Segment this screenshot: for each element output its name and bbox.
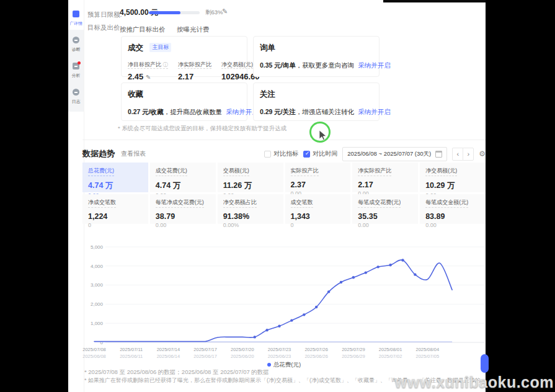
goal-card-title: 成交 <box>128 43 143 53</box>
metric-compare-value: 0.00 <box>156 222 210 228</box>
metric-value: 83.89 <box>425 212 480 221</box>
svg-text:2025/07/20: 2025/07/20 <box>231 347 254 352</box>
trend-line-chart[interactable]: 5,0004,0003,0002,0001,00002025/07/082025… <box>82 239 486 361</box>
target-label: 目标及出价: <box>87 24 122 32</box>
svg-text:2025/06/23: 2025/06/23 <box>268 354 291 359</box>
svg-text:2025/07/23: 2025/07/23 <box>268 347 291 352</box>
metric-value: 35.35 <box>358 212 412 221</box>
metric-tile-6[interactable]: 净交易额(元)10.29 万0.00 <box>420 163 486 192</box>
budget-progress <box>149 11 200 14</box>
compare-metric-checkbox[interactable]: 对比指标 <box>264 149 298 158</box>
metric-tile-12[interactable]: 每笔成交金额(元)83.890.00 <box>420 194 486 224</box>
svg-text:2025/06/17: 2025/06/17 <box>193 354 217 359</box>
trend-metrics-grid: 总花费(元)4.74 万0.00成交花费(元)4.74 万0.00交易额(元)1… <box>82 163 486 224</box>
svg-text:2025/06/08: 2025/06/08 <box>82 354 106 359</box>
trend-header: 数据趋势 查看报表 对比指标 对比时间 2025/06/08 ~ 2025/07… <box>82 146 486 161</box>
sidebar-item-3[interactable]: 分析 <box>68 61 84 79</box>
watermark: www.xunibaoku.com <box>395 373 554 391</box>
metric-value: 10.29 万 <box>425 180 480 191</box>
svg-text:0: 0 <box>100 340 104 345</box>
view-report-link[interactable]: 查看报表 <box>121 149 146 158</box>
svg-text:2025/07/29: 2025/07/29 <box>342 347 365 352</box>
svg-text:2025/08/01: 2025/08/01 <box>379 347 402 352</box>
budget-section: 预算日限额: <box>87 8 122 19</box>
metric-label: 每笔成交金额(元) <box>425 198 468 208</box>
budget-edit-icon[interactable]: ✎ <box>222 7 228 16</box>
checkbox-icon[interactable] <box>303 151 310 158</box>
metric-value: 4.74 万 <box>88 180 143 191</box>
goal-card-deal: 成交 主目标 净目标投产比 ⓘ 2.45 ✎ 净实际投产比 2.17 净交易额(… <box>121 36 247 77</box>
metric-compare-value: 0.00% <box>223 222 278 228</box>
sidebar-item-2[interactable]: 诊断 <box>68 35 84 53</box>
metric-label: 净交易额(元) <box>425 167 457 176</box>
metric-value: 38.79 <box>156 212 210 221</box>
metric-value: 1,224 <box>88 212 143 221</box>
svg-text:2025/06/26: 2025/06/26 <box>304 354 328 359</box>
svg-text:2025/07/26: 2025/07/26 <box>304 347 328 352</box>
metric-tile-3[interactable]: 交易额(元)11.26 万0.00 <box>218 163 283 192</box>
date-range-picker[interactable]: 2025/06/08 ~ 2025/07/07 (30天) <box>342 147 447 161</box>
metric-tile-1[interactable]: 总花费(元)4.74 万0.00 <box>82 163 148 192</box>
budget-progress-fill <box>149 11 180 14</box>
svg-text:2025/08/04: 2025/08/04 <box>416 347 440 352</box>
target-option-1[interactable]: 按推广目标出价 <box>120 25 166 33</box>
adopt-enable-link[interactable]: 采纳并开启 <box>358 61 391 69</box>
metric-compare-value: 0 <box>291 222 345 228</box>
goal-card-inquiry: 询单 0.35 元/询单，获取更多意向咨询采纳并开启 <box>253 36 380 77</box>
metric-tile-5[interactable]: 净实际投产比2.170.00 <box>352 163 418 192</box>
metric-value: 11.26 万 <box>223 180 278 191</box>
svg-text:2025/07/08: 2025/07/08 <box>82 347 106 352</box>
svg-text:2025/06/20: 2025/06/20 <box>231 354 254 359</box>
svg-text:3,000: 3,000 <box>91 282 104 288</box>
adopt-enable-link[interactable]: 采纳并开启 <box>358 108 391 115</box>
svg-text:5,000: 5,000 <box>91 244 104 250</box>
floating-handle[interactable] <box>481 354 489 373</box>
metric-value: 2.37 <box>291 180 345 189</box>
sidebar-item-1[interactable]: 广详情 <box>68 9 84 27</box>
svg-text:2025/07/02: 2025/07/02 <box>379 354 402 359</box>
metric-tile-11[interactable]: 每笔成交花费(元)35.350.00 <box>352 194 418 224</box>
goal-metric-2: 净实际投产比 2.17 <box>178 58 211 81</box>
sidebar-item-4[interactable]: 日志 <box>68 87 84 105</box>
metric-label: 每笔成交花费(元) <box>358 198 401 208</box>
goal-card-title: 关注 <box>260 89 275 100</box>
metric-tile-7[interactable]: 净成交笔数1,2240 <box>82 194 148 224</box>
compare-time-checkbox[interactable]: 对比时间 <box>303 149 337 158</box>
svg-text:4,000: 4,000 <box>91 264 104 269</box>
svg-text:2,000: 2,000 <box>91 301 104 307</box>
metric-tile-2[interactable]: 成交花费(元)4.74 万0.00 <box>150 163 216 192</box>
metric-tile-4[interactable]: 实际投产比2.370.00 <box>285 163 351 192</box>
goal-metric-1: 净目标投产比 ⓘ 2.45 ✎ <box>128 58 168 81</box>
goal-card-title: 收藏 <box>128 89 143 100</box>
chart-footnote-1: * 2025/07/08 至 2025/08/06 的数据；2025/06/08… <box>84 368 269 376</box>
metric-label: 实际投产比 <box>291 167 319 176</box>
svg-text:2025/07/11: 2025/07/11 <box>120 347 143 352</box>
analysis-icon <box>73 63 79 69</box>
target-option-2[interactable]: 按曝光计费 <box>177 25 210 33</box>
checkbox-icon[interactable] <box>264 151 271 158</box>
metric-label: 总花费(元) <box>88 167 114 176</box>
main-goal-badge: 主目标 <box>149 43 171 52</box>
metric-label: 净成交笔数 <box>88 198 116 208</box>
settings-gear-icon[interactable]: ⚙ <box>479 149 486 158</box>
metric-label: 净交易额占比 <box>223 198 257 208</box>
window-top-strip <box>383 0 486 2</box>
goal-footnote: * 系统会尽可能达成您设置的目标，保持稳定投放有助于提升达成 <box>118 125 286 133</box>
metric-compare-value: 0 <box>88 222 143 228</box>
metric-tile-10[interactable]: 成交笔数1,3430 <box>285 194 351 224</box>
next-period-button[interactable]: › <box>463 148 474 161</box>
edit-roi-icon[interactable]: ✎ <box>146 74 151 81</box>
metric-tile-9[interactable]: 净交易额占比91.38%0.00% <box>218 194 283 224</box>
app-content: 广详情诊断分析日志 预算日限额: 4,500.00 元 剩63% ✎ 目标及出价… <box>68 0 486 392</box>
compare-time-label: 对比时间 <box>313 149 337 158</box>
svg-text:2025/07/17: 2025/07/17 <box>193 347 217 352</box>
calendar-icon <box>435 151 442 158</box>
metric-value: 1,343 <box>291 212 345 221</box>
prev-period-button[interactable]: ‹ <box>452 148 463 161</box>
metric-label: 每笔净成交花费(元) <box>156 198 204 208</box>
metric-tile-8[interactable]: 每笔净成交花费(元)38.790.00 <box>150 194 216 224</box>
metric-compare-value: 0.00 <box>425 222 480 228</box>
diagnosis-icon <box>73 37 79 43</box>
svg-text:2025/06/29: 2025/06/29 <box>342 354 365 359</box>
goal-card-follow: 关注 0.29 元/关注，增强店铺关注转化采纳并开启 <box>253 82 380 121</box>
